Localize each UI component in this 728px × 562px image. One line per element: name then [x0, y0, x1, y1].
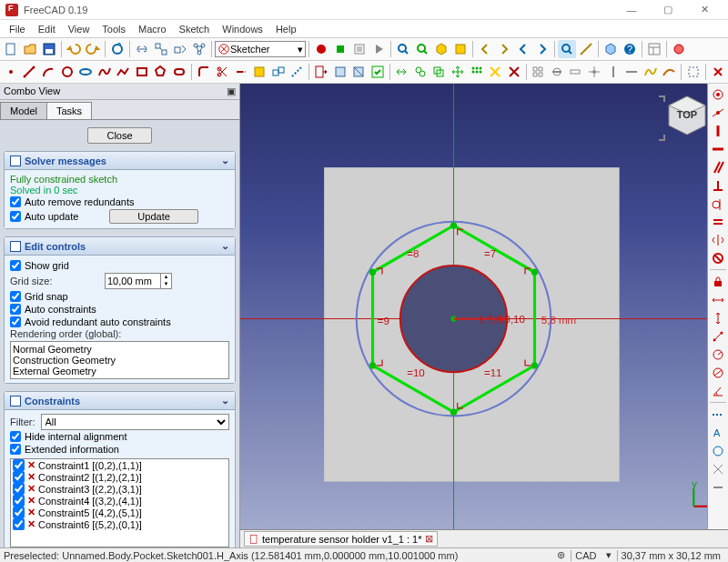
auto-constraints-checkbox[interactable]: Auto constraints	[10, 303, 229, 316]
workbench-selector[interactable]: Sketcher ▾	[215, 41, 306, 57]
document-tab[interactable]: temperature sensor holder v1_1 : 1* ⊠	[244, 531, 438, 547]
constraints-header[interactable]: Constraints ⌄	[5, 392, 235, 410]
menu-tools[interactable]: Tools	[96, 22, 131, 36]
view-iso-icon[interactable]	[432, 40, 450, 58]
sketch-canvas[interactable]: 5,8 mm =8 =7 =9 =10 =11 1,7,8,9,10 x y	[240, 84, 728, 547]
constraint-item[interactable]: ✕Constraint1 [(0,2),(1,1)]	[11, 459, 228, 471]
select-redundant-icon[interactable]	[548, 63, 566, 81]
validate-sketch-icon[interactable]	[369, 63, 387, 81]
internal-angle-icon[interactable]	[709, 460, 727, 477]
list-item[interactable]: Construction Geometry	[13, 355, 227, 366]
view-fit-selection-icon[interactable]	[413, 40, 431, 58]
view-sketch-icon[interactable]	[331, 63, 349, 81]
edit-controls-header[interactable]: Edit controls ⌄	[5, 237, 235, 256]
menu-macro[interactable]: Macro	[133, 22, 172, 36]
redo-icon[interactable]	[84, 40, 102, 58]
macro-record-icon[interactable]	[312, 40, 330, 58]
macro-stop-icon[interactable]	[331, 40, 349, 58]
auto-update-checkbox[interactable]: Auto update	[10, 210, 78, 223]
open-file-icon[interactable]	[21, 40, 39, 58]
constraint-item[interactable]: ✕Constraint2 [(1,2),(2,1)]	[11, 471, 228, 483]
sketch-carbon-icon[interactable]	[269, 63, 288, 81]
constraints-list[interactable]: ✕Constraint1 [(0,2),(1,1)] ✕Constraint2 …	[10, 458, 229, 547]
constrain-weight-icon[interactable]	[709, 478, 727, 496]
array-icon[interactable]	[468, 63, 486, 81]
combo-close-icon[interactable]: ▣	[227, 85, 236, 97]
save-file-icon[interactable]	[40, 40, 58, 58]
list-item[interactable]: Normal Geometry	[13, 344, 227, 355]
extended-info-checkbox[interactable]: Extended information	[10, 443, 229, 456]
snell-icon[interactable]	[709, 442, 727, 459]
constrain-horizontal-icon[interactable]	[709, 140, 727, 157]
macro-list-icon[interactable]	[350, 40, 369, 58]
sketch-conic-icon[interactable]	[76, 63, 95, 81]
sketch-arc-icon[interactable]	[39, 63, 57, 81]
constraint-item[interactable]: ✕Constraint4 [(3,2),(4,1)]	[11, 495, 228, 507]
select-elements-icon[interactable]	[567, 63, 585, 81]
menu-view[interactable]: View	[63, 22, 96, 36]
constrain-vertical-icon[interactable]	[709, 122, 727, 139]
select-vaxis-icon[interactable]	[604, 63, 622, 81]
appearance-icon[interactable]	[670, 40, 688, 58]
constrain-equal-icon[interactable]	[709, 213, 727, 230]
toggle-reference-icon[interactable]	[709, 406, 727, 423]
bspline-poly-icon[interactable]	[661, 63, 679, 81]
maximize-button[interactable]: ▢	[650, 1, 686, 19]
link-import-icon[interactable]	[171, 40, 189, 58]
view-section-icon[interactable]	[349, 63, 368, 81]
filter-select[interactable]: All	[41, 414, 230, 430]
constrain-perpendicular-icon[interactable]	[709, 176, 727, 194]
link-group-icon[interactable]	[152, 40, 170, 58]
window-layout-icon[interactable]	[645, 40, 663, 58]
nav-link-back-icon[interactable]	[514, 40, 532, 58]
nav-forward-icon[interactable]	[495, 40, 513, 58]
nav-back-icon[interactable]	[476, 40, 494, 58]
close-task-button[interactable]: Close	[87, 127, 151, 144]
delete-constraints-icon[interactable]	[486, 63, 504, 81]
select-mode-icon[interactable]	[558, 40, 576, 58]
grid-snap-checkbox[interactable]: Grid snap	[10, 290, 229, 303]
link-all-icon[interactable]	[190, 40, 208, 58]
sketch-construction-icon[interactable]	[288, 63, 307, 81]
sketch-bspline-icon[interactable]	[96, 63, 114, 81]
sketch-fillet-icon[interactable]	[195, 63, 213, 81]
hide-internal-checkbox[interactable]: Hide internal alignment	[10, 430, 229, 443]
show-grid-checkbox[interactable]: Show grid	[10, 259, 229, 272]
constrain-vdist-icon[interactable]	[709, 309, 727, 326]
constrain-point-on-icon[interactable]	[709, 104, 727, 121]
new-file-icon[interactable]	[2, 40, 20, 58]
select-origin-icon[interactable]	[585, 63, 603, 81]
link-icon[interactable]	[133, 40, 151, 58]
refresh-icon[interactable]	[108, 40, 126, 58]
solver-header[interactable]: Solver messages ⌄	[5, 152, 235, 170]
constrain-diameter-icon[interactable]	[709, 364, 727, 381]
view-fit-icon[interactable]	[394, 40, 412, 58]
move-icon[interactable]	[449, 63, 467, 81]
help-icon[interactable]: ?	[621, 40, 639, 58]
render-order-list[interactable]: Normal Geometry Construction Geometry Ex…	[10, 341, 229, 379]
constrain-parallel-icon[interactable]	[709, 158, 727, 176]
3d-viewport[interactable]: 5,8 mm =8 =7 =9 =10 =11 1,7,8,9,10 x y	[240, 84, 728, 547]
undo-icon[interactable]	[65, 40, 83, 58]
minimize-button[interactable]: —	[613, 1, 650, 19]
auto-remove-checkbox[interactable]: Auto remove redundants	[10, 196, 229, 208]
close-button[interactable]: ✕	[686, 1, 723, 19]
constrain-coincident-icon[interactable]	[709, 85, 727, 103]
sketch-external-icon[interactable]	[251, 63, 269, 81]
select-conflict-icon[interactable]	[530, 63, 548, 81]
spin-up-icon[interactable]: ▲	[160, 274, 171, 281]
nav-style-icon[interactable]: ⊚	[557, 549, 565, 561]
close-tab-icon[interactable]: ⊠	[425, 533, 433, 545]
list-item[interactable]: External Geometry	[13, 366, 227, 376]
constrain-angle-icon[interactable]	[709, 382, 727, 399]
view-front-icon[interactable]	[451, 40, 470, 58]
avoid-redundant-checkbox[interactable]: Avoid redundant auto constraints	[10, 316, 229, 328]
constraint-item[interactable]: ✕Constraint6 [(5,2),(0,1)]	[11, 518, 228, 530]
constrain-hdist-icon[interactable]	[709, 291, 727, 308]
select-haxis-icon[interactable]	[622, 63, 641, 81]
sketch-slot-icon[interactable]	[170, 63, 188, 81]
sketch-polyline-icon[interactable]	[114, 63, 132, 81]
symmetry-icon[interactable]	[393, 63, 411, 81]
constraint-item[interactable]: ✕Constraint5 [(4,2),(5,1)]	[11, 507, 228, 518]
measure-icon[interactable]	[577, 40, 595, 58]
